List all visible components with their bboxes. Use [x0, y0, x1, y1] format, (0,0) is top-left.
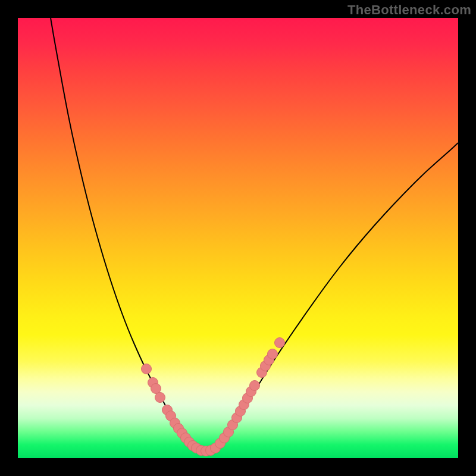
data-marker	[142, 364, 152, 374]
curve-right	[214, 143, 458, 449]
data-marker	[151, 384, 161, 394]
data-marker	[275, 338, 285, 348]
watermark-label: TheBottleneck.com	[347, 2, 471, 18]
markers-group	[142, 338, 285, 456]
chart-frame	[18, 18, 458, 458]
data-marker	[268, 349, 278, 359]
curve-left	[51, 18, 196, 449]
data-marker	[250, 381, 260, 391]
chart-svg	[18, 18, 458, 458]
data-marker	[155, 393, 165, 403]
